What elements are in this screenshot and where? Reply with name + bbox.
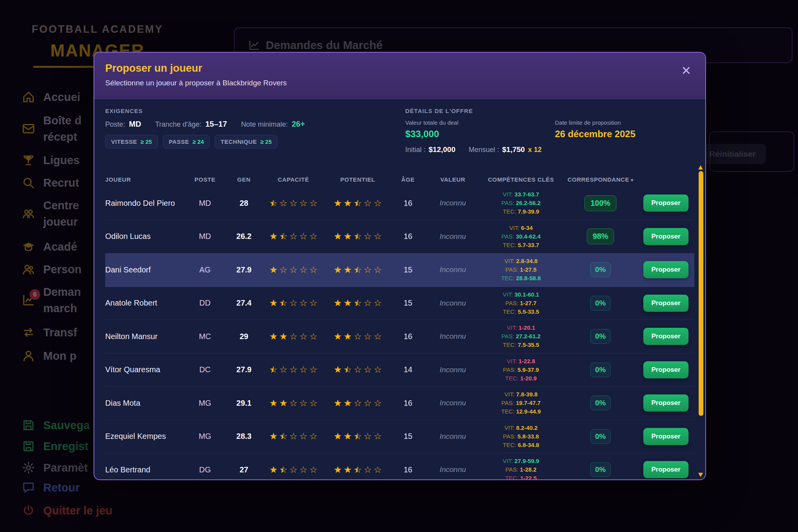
star-icon: ☆★ bbox=[279, 432, 288, 441]
scrollbar[interactable] bbox=[698, 164, 703, 478]
capacity-stars: ☆★☆★☆★☆★☆★ bbox=[263, 232, 323, 241]
deadline-value: 26 décembre 2025 bbox=[555, 129, 636, 140]
potential-stars: ☆★☆★☆★☆★☆★ bbox=[323, 332, 392, 341]
player-table-header: JOUEURPOSTEGENCAPACITÉPOTENTIELÂGEVALEUR… bbox=[105, 172, 694, 187]
star-icon: ☆★ bbox=[344, 399, 352, 408]
table-row[interactable]: Neilton MansurMC29☆★☆★☆★☆★☆★☆★☆★☆★☆★☆★16… bbox=[105, 320, 694, 353]
table-row[interactable]: Raimondo Del PieroMD28☆★☆★☆★☆★☆★☆★☆★☆★☆★… bbox=[105, 187, 694, 220]
star-icon: ☆★ bbox=[374, 332, 382, 341]
player-age: 16 bbox=[392, 199, 424, 208]
table-row[interactable]: Léo BertrandDG27☆★☆★☆★☆★☆★☆★☆★☆★☆★☆★16In… bbox=[105, 453, 694, 480]
star-icon: ☆★ bbox=[334, 332, 342, 341]
star-icon: ☆★ bbox=[374, 199, 382, 208]
star-icon: ☆★ bbox=[299, 199, 307, 208]
table-row[interactable]: Odilon LucasMD26.2☆★☆★☆★☆★☆★☆★☆★☆★☆★☆★16… bbox=[105, 220, 694, 254]
star-icon: ☆★ bbox=[269, 399, 277, 408]
star-icon: ☆★ bbox=[290, 199, 298, 208]
propose-button[interactable]: Proposer bbox=[643, 461, 689, 478]
player-gen: 27 bbox=[224, 465, 263, 474]
table-row[interactable]: Ezequiel KempesMG28.3☆★☆★☆★☆★☆★☆★☆★☆★☆★☆… bbox=[105, 420, 694, 454]
player-position: DC bbox=[185, 365, 224, 374]
player-position: MG bbox=[185, 432, 224, 441]
player-age: 15 bbox=[392, 299, 424, 308]
player-age: 16 bbox=[392, 232, 424, 241]
requirements-section: EXIGENCES Poste: MD Tranche d'âge: 15–17… bbox=[105, 99, 694, 172]
key-skills: VIT: 27.9-59.9PAS: 1-28.2TEC: 1-22.5 bbox=[482, 457, 560, 480]
scroll-down-arrow-icon[interactable] bbox=[698, 473, 703, 477]
player-gen: 28.3 bbox=[224, 432, 263, 441]
player-value: Inconnu bbox=[424, 432, 482, 441]
star-icon: ☆★ bbox=[279, 232, 288, 241]
propose-button[interactable]: Proposer bbox=[643, 428, 689, 445]
propose-button[interactable]: Proposer bbox=[643, 394, 689, 412]
propose-button[interactable]: Proposer bbox=[643, 228, 689, 245]
star-icon: ☆★ bbox=[299, 399, 307, 408]
player-name: Léo Bertrand bbox=[105, 465, 185, 474]
column-header-gen: GEN bbox=[224, 176, 263, 183]
star-icon: ☆★ bbox=[364, 465, 372, 474]
star-icon: ☆★ bbox=[334, 265, 342, 274]
key-skills: VIT: 33.7-63.7PAS: 26.2-56.2TEC: 7.9-39.… bbox=[482, 190, 560, 216]
column-header-correspondance[interactable]: CORRESPONDANCE▾ bbox=[560, 176, 641, 183]
column-header-comp-tences-cl-s: COMPÉTENCES CLÉS bbox=[482, 176, 560, 183]
star-icon: ☆★ bbox=[290, 365, 298, 374]
table-row[interactable]: Anatole RobertDD27.4☆★☆★☆★☆★☆★☆★☆★☆★☆★☆★… bbox=[105, 287, 694, 320]
star-icon: ☆★ bbox=[334, 432, 342, 441]
propose-button[interactable]: Proposer bbox=[643, 261, 689, 278]
match-badge: 0% bbox=[590, 396, 610, 410]
monthly-label: Mensuel : bbox=[469, 146, 499, 154]
total-value: $33,000 bbox=[405, 129, 555, 140]
player-name: Dani Seedorf bbox=[105, 265, 185, 274]
capacity-stars: ☆★☆★☆★☆★☆★ bbox=[263, 465, 323, 474]
player-position: MG bbox=[185, 399, 224, 408]
monthly-value: $1,750 bbox=[502, 145, 525, 154]
poste-value: MD bbox=[129, 120, 141, 129]
star-icon: ☆★ bbox=[344, 432, 352, 441]
player-gen: 27.4 bbox=[224, 299, 263, 308]
star-icon: ☆★ bbox=[364, 265, 372, 274]
potential-stars: ☆★☆★☆★☆★☆★ bbox=[323, 199, 392, 208]
propose-button[interactable]: Proposer bbox=[643, 194, 689, 212]
player-gen: 27.9 bbox=[224, 265, 263, 274]
match-badge: 0% bbox=[590, 262, 610, 277]
star-icon: ☆★ bbox=[374, 232, 382, 241]
star-icon: ☆★ bbox=[269, 265, 277, 274]
key-skills: VIT: 8.2-40.2PAS: 5.8-33.8TEC: 6.8-34.8 bbox=[482, 424, 560, 449]
table-row[interactable]: Vítor QuaresmaDC27.9☆★☆★☆★☆★☆★☆★☆★☆★☆★☆★… bbox=[105, 353, 694, 387]
age-range-label: Tranche d'âge: bbox=[155, 120, 201, 129]
capacity-stars: ☆★☆★☆★☆★☆★ bbox=[263, 365, 323, 374]
match-badge: 0% bbox=[590, 296, 610, 311]
deadline-label: Date limite de proposition bbox=[555, 119, 636, 126]
player-gen: 27.9 bbox=[224, 365, 263, 374]
capacity-stars: ☆★☆★☆★☆★☆★ bbox=[263, 432, 323, 441]
star-icon: ☆★ bbox=[354, 299, 362, 308]
scroll-up-arrow-icon[interactable] bbox=[698, 165, 703, 170]
requirement-chip: PASSE≥ 24 bbox=[163, 135, 210, 148]
initial-value: $12,000 bbox=[429, 145, 455, 154]
close-icon[interactable]: ✕ bbox=[679, 61, 694, 80]
star-icon: ☆★ bbox=[309, 432, 318, 441]
star-icon: ☆★ bbox=[299, 432, 307, 441]
match-badge: 0% bbox=[590, 429, 610, 444]
table-row[interactable]: Dias MotaMG29.1☆★☆★☆★☆★☆★☆★☆★☆★☆★☆★16Inc… bbox=[105, 387, 694, 420]
chip-value: ≥ 25 bbox=[141, 138, 152, 145]
star-icon: ☆★ bbox=[290, 399, 298, 408]
scrollbar-thumb[interactable] bbox=[699, 171, 703, 416]
player-name: Ezequiel Kempes bbox=[105, 432, 185, 441]
potential-stars: ☆★☆★☆★☆★☆★ bbox=[323, 432, 392, 441]
star-icon: ☆★ bbox=[309, 232, 318, 241]
propose-button[interactable]: Proposer bbox=[643, 328, 689, 345]
star-icon: ☆★ bbox=[334, 299, 342, 308]
player-age: 15 bbox=[392, 265, 424, 274]
star-icon: ☆★ bbox=[354, 199, 362, 208]
column-header-potentiel: POTENTIEL bbox=[323, 176, 392, 183]
column-header-valeur: VALEUR bbox=[424, 176, 482, 183]
star-icon: ☆★ bbox=[374, 465, 382, 474]
column-header-capacit-: CAPACITÉ bbox=[263, 176, 323, 183]
potential-stars: ☆★☆★☆★☆★☆★ bbox=[323, 232, 392, 241]
table-row[interactable]: Dani SeedorfAG27.9☆★☆★☆★☆★☆★☆★☆★☆★☆★☆★15… bbox=[105, 253, 694, 287]
propose-button[interactable]: Proposer bbox=[643, 361, 689, 378]
player-value: Inconnu bbox=[424, 399, 482, 407]
potential-stars: ☆★☆★☆★☆★☆★ bbox=[323, 299, 392, 308]
propose-button[interactable]: Proposer bbox=[643, 295, 689, 312]
